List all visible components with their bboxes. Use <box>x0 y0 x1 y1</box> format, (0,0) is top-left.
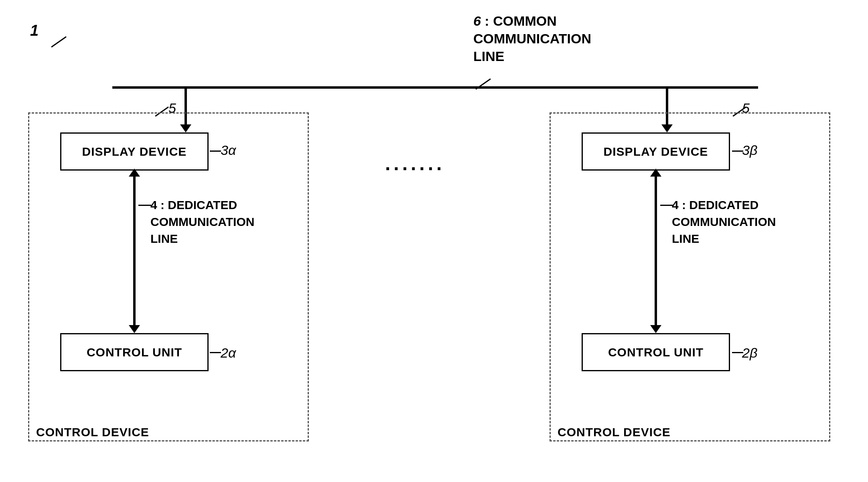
display-device-left: DISPLAY DEVICE <box>60 132 209 171</box>
control-unit-ref-2b: 2β <box>742 345 757 361</box>
diagram: 1 6 : COMMON COMMUNICATION LINE 5 5 DISP… <box>0 0 868 482</box>
control-unit-left: CONTROL UNIT <box>60 333 209 371</box>
display-device-right: DISPLAY DEVICE <box>582 132 730 171</box>
common-communication-line <box>112 86 758 89</box>
ref-1-connector <box>51 36 67 47</box>
dedicated-comm-line-right <box>655 171 657 327</box>
dedicated-comm-line-left <box>133 171 136 327</box>
dedicated-comm-label-right: 4 : DEDICATED COMMUNICATION LINE <box>672 197 776 247</box>
control-device-label-left: CONTROL DEVICE <box>36 425 149 439</box>
dedicated-comm-label-left: 4 : DEDICATED COMMUNICATION LINE <box>150 197 254 247</box>
display-device-ref-3a: 3α <box>221 142 236 158</box>
bidir-down-arrow-right <box>650 325 661 333</box>
ref-4-right-connector <box>660 205 673 206</box>
control-device-label-right: CONTROL DEVICE <box>558 425 671 439</box>
control-unit-ref-2a: 2α <box>221 345 236 361</box>
ref-label-1: 1 <box>30 22 39 39</box>
ref-3b-connector <box>732 150 743 152</box>
common-line-label: 6 : COMMON COMMUNICATION LINE <box>473 12 591 65</box>
ref-2b-connector <box>732 352 743 353</box>
ref-4-left-connector <box>138 205 151 206</box>
ellipsis: ....... <box>385 153 445 175</box>
ref-3a-connector <box>210 150 221 152</box>
control-unit-right: CONTROL UNIT <box>582 333 730 371</box>
display-device-ref-3b: 3β <box>742 142 757 158</box>
ref-2a-connector <box>210 352 221 353</box>
bidir-down-arrow-left <box>129 325 140 333</box>
